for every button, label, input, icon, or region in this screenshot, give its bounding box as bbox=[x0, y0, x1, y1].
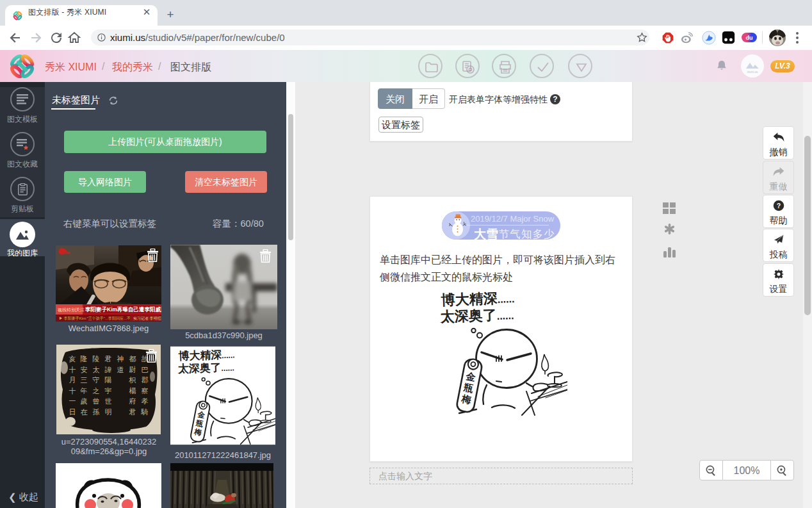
svg-text:李阳妻子Kim再曝自己遭李阳威胁: 李阳妻子Kim再曝自己遭李阳威胁 bbox=[85, 306, 161, 313]
svg-text:视线特别关注: 视线特别关注 bbox=[58, 307, 85, 313]
svg-text:实习记者 李明恒: 实习记者 李明恒 bbox=[133, 316, 161, 321]
svg-text:du: du bbox=[746, 35, 753, 41]
svg-text:xiumi.us: xiumi.us bbox=[747, 70, 758, 74]
svg-text:?: ? bbox=[776, 202, 780, 209]
svg-text:▶ 李阳妻子Kim:"三个孩子"...李阳回应...不予置评: ▶ 李阳妻子Kim:"三个孩子"...李阳回应...不予置评 bbox=[59, 316, 142, 321]
